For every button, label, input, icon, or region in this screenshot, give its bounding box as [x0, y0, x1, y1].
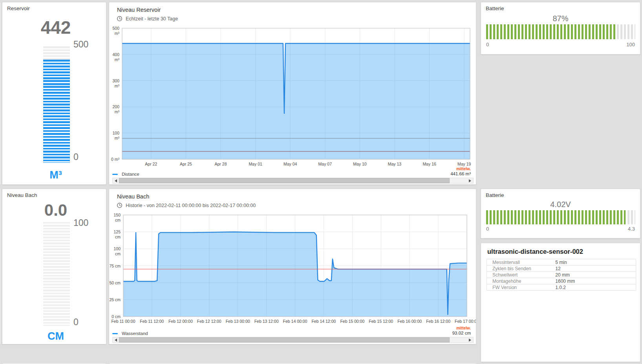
series-color-dash: [112, 174, 118, 175]
config-value: 1.0.2: [555, 285, 636, 290]
scroll-right-button[interactable]: [467, 178, 473, 183]
sensor-config-row: Montagehöhe1600 mm: [487, 278, 636, 284]
sensor-config-table: Messintervall5 minZyklen bis Senden12Sch…: [487, 259, 636, 291]
gauge-empty-segment: [43, 222, 70, 326]
gauge-min-label: 0: [486, 42, 489, 47]
battery-percent-card: Batterie 87% 0 100: [481, 2, 640, 55]
card-title: Batterie: [486, 5, 504, 11]
config-value: 12: [555, 266, 636, 271]
battery-gauge-bar: [486, 210, 635, 224]
sensor-name: ultrasonic-distance-sensor-002: [487, 248, 583, 255]
gauge-fill-segment: [486, 210, 626, 224]
partial-widget-edge: [0, 189, 1, 344]
sensor-config-row: Schwellwert20 mm: [487, 272, 636, 278]
gauge-value: 442: [16, 18, 95, 37]
level-gauge-bar: [43, 46, 70, 163]
level-gauge-bar: [43, 222, 70, 326]
legend-series-label[interactable]: Wasserstand: [122, 331, 148, 336]
aggregation-value: 441.66 m³: [424, 171, 471, 176]
gauge-unit: CM: [16, 330, 95, 342]
aggregation-label: mittelw.: [424, 326, 471, 330]
chart-plot[interactable]: 0 m³100 m³200 m³300 m³400 m³500 m³Apr 22…: [109, 2, 476, 184]
chart-legend: Distance: [112, 172, 139, 177]
gauge-min-label: 0: [73, 317, 79, 328]
chart-canvas[interactable]: [109, 189, 476, 344]
scrollbar-thumb[interactable]: [119, 337, 450, 342]
chart-plot[interactable]: 0 cm25 cm50 cm75 cm100 cm125 cm150 cmFeb…: [109, 189, 476, 344]
chart-scrollbar[interactable]: [112, 337, 474, 343]
config-value: 5 min: [555, 260, 636, 265]
gauge-max-label: 100: [73, 218, 88, 228]
battery-voltage-card: Batterie 4.02V 0 4.3: [481, 189, 640, 238]
battery-gauge-bar: [486, 24, 635, 39]
bach-chart-card: Niveau Bach Historie - von 2022-02-11 00…: [109, 189, 476, 344]
gauge-value: 0.0: [16, 201, 95, 220]
legend-series-label[interactable]: Distance: [122, 172, 139, 177]
scroll-left-button[interactable]: [113, 178, 119, 183]
sensor-config-row: Zyklen bis Senden12: [487, 266, 636, 272]
scrollbar-thumb[interactable]: [119, 178, 450, 183]
scroll-left-button[interactable]: [113, 337, 119, 342]
arrow-left-icon: [115, 339, 117, 342]
gauge-min-label: 0: [486, 226, 489, 232]
scrollbar-track[interactable]: [119, 337, 467, 342]
gauge-fill-segment: [43, 60, 70, 163]
chart-legend: Wasserstand: [112, 331, 148, 336]
config-label: FW Version: [487, 285, 555, 290]
chart-scrollbar[interactable]: [112, 178, 474, 184]
partial-widget-edge: [0, 2, 1, 185]
reservoir-chart-card: Niveau Reservoir Echtzeit - letzte 30 Ta…: [109, 2, 476, 185]
gauge-unit: M³: [16, 169, 95, 181]
config-value: 1600 mm: [555, 278, 636, 284]
series-color-dash: [112, 333, 118, 334]
sensor-config-row: Messintervall5 min: [487, 259, 636, 266]
chart-canvas[interactable]: [109, 2, 476, 184]
arrow-right-icon: [469, 339, 471, 342]
config-label: Schwellwert: [487, 272, 555, 278]
card-title: Reservoir: [7, 5, 30, 11]
gauge-max-label: 4.3: [628, 226, 635, 232]
bach-gauge-card: Niveau Bach 0.0 100 0 CM: [2, 189, 106, 344]
battery-value: 4.02V: [481, 200, 640, 209]
aggregation-label: mittelw.: [424, 167, 471, 171]
config-label: Messintervall: [487, 260, 555, 265]
scrollbar-track[interactable]: [119, 178, 467, 183]
gauge-max-label: 100: [626, 42, 635, 47]
sensor-info-card: ultrasonic-distance-sensor-002 Messinter…: [481, 243, 640, 362]
arrow-left-icon: [115, 179, 117, 182]
gauge-fill-segment: [486, 24, 616, 39]
config-label: Montagehöhe: [487, 278, 555, 284]
arrow-right-icon: [469, 179, 471, 182]
gauge-min-label: 0: [73, 152, 79, 162]
gauge-empty-segment: [43, 46, 70, 60]
config-value: 20 mm: [555, 272, 636, 278]
card-title: Niveau Bach: [7, 192, 37, 198]
gauge-max-label: 500: [73, 39, 88, 50]
battery-value: 87%: [481, 14, 640, 23]
scroll-right-button[interactable]: [467, 337, 473, 342]
card-title: Batterie: [486, 192, 504, 198]
sensor-config-row: FW Version1.0.2: [487, 284, 636, 290]
reservoir-gauge-card: Reservoir 442 500 0 M³: [2, 2, 106, 185]
aggregation-value: 93.02 cm: [424, 331, 471, 335]
config-label: Zyklen bis Senden: [487, 266, 555, 271]
